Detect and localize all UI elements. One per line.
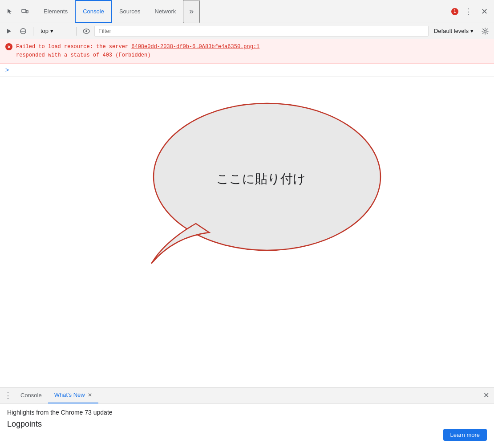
tab-network[interactable]: Network [148,0,183,23]
settings-gear-icon[interactable] [479,25,491,37]
default-levels-button[interactable]: Default levels ▾ [430,27,477,35]
toolbar-divider-2 [76,27,77,36]
bottom-tab-console[interactable]: Console [14,387,48,403]
error-badge[interactable]: 1 [451,8,458,15]
error-link[interactable]: 6408e0dd-2038-df0b-6…0A83bfe4a6350.png:1 [131,44,259,50]
tab-console[interactable]: Console [75,0,112,23]
context-selector[interactable]: top ▾ [37,27,73,35]
learn-more-button[interactable]: Learn more [443,429,487,441]
no-entry-icon[interactable] [17,25,29,37]
close-bottom-panel-icon[interactable]: ✕ [480,389,492,402]
bottom-panel: ⋮ Console What's New ✕ ✕ Highlights from… [0,387,494,448]
filter-wrapper [94,26,429,37]
speech-bubble-svg [107,94,387,264]
svg-rect-1 [26,10,28,13]
close-whats-new-tab-icon[interactable]: ✕ [88,392,92,398]
error-message: Failed to load resource: the server 6408… [16,43,259,60]
filter-input[interactable] [95,26,428,36]
tab-sources[interactable]: Sources [112,0,148,23]
devtools-panel: Elements Console Sources Network » 1 [0,0,494,448]
main-toolbar: Elements Console Sources Network » 1 [0,0,494,23]
console-prompt-area: > [0,64,494,77]
bottom-more-icon[interactable]: ⋮ [2,389,14,402]
error-count-circle: 1 [451,8,458,15]
cursor-icon[interactable] [4,5,16,18]
tab-elements[interactable]: Elements [36,0,75,23]
eye-icon[interactable] [80,25,93,37]
whats-new-title: Highlights from the Chrome 73 update [7,409,487,416]
main-content: ✕ Failed to load resource: the server 64… [0,39,494,448]
toolbar-divider [33,27,33,36]
bottom-tab-whats-new[interactable]: What's New ✕ [48,387,98,403]
toolbar-right: 1 ⋮ ✕ [451,5,490,18]
svg-rect-0 [22,9,26,12]
more-options-icon[interactable]: ⋮ [462,5,474,18]
console-chevron-icon[interactable]: > [5,66,9,73]
speech-bubble-area: ここに貼り付け [0,77,494,281]
more-tabs-button[interactable]: » [183,0,200,23]
error-icon: ✕ [5,43,12,50]
tab-bar: Elements Console Sources Network » [36,0,451,23]
play-console-icon[interactable] [3,25,15,37]
error-area: ✕ Failed to load resource: the server 64… [0,39,494,64]
secondary-toolbar: top ▾ Default levels ▾ [0,23,494,39]
svg-marker-2 [7,29,11,33]
close-devtools-icon[interactable]: ✕ [478,5,490,18]
speech-bubble: ここに貼り付け [107,94,387,264]
toolbar-left-icons [4,5,31,18]
svg-point-7 [484,30,486,32]
logpoints-title: Logpoints [7,419,487,429]
bottom-tab-bar: ⋮ Console What's New ✕ ✕ [0,387,494,403]
device-toggle-icon[interactable] [19,5,31,18]
svg-point-6 [85,30,87,32]
bottom-panel-content: Highlights from the Chrome 73 update Log… [0,403,494,448]
